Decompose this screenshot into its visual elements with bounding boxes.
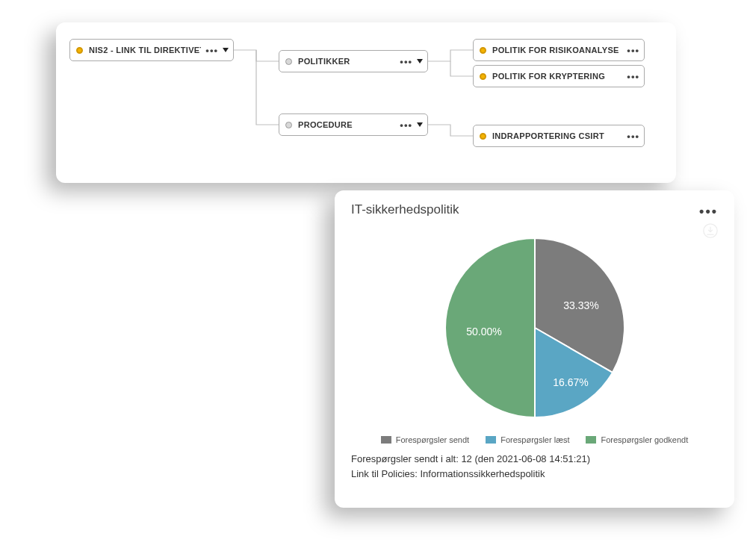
chevron-down-icon[interactable] (417, 59, 423, 63)
node-label: NIS2 - LINK TIL DIREKTIVET (89, 46, 201, 55)
status-dot-icon (285, 58, 292, 65)
node-leaf-risikoanalyse[interactable]: POLITIK FOR RISIKOANALYSE ••• (473, 39, 645, 61)
node-label: POLITIK FOR RISIKOANALYSE (492, 46, 622, 55)
status-dot-icon (285, 122, 292, 128)
status-dot-icon (76, 47, 83, 54)
legend-item-sent: Forespørgsler sendt (381, 435, 469, 444)
status-dot-icon (480, 73, 486, 80)
node-label: POLITIKKER (298, 57, 395, 66)
status-dot-icon (480, 133, 486, 140)
more-icon[interactable]: ••• (627, 131, 639, 142)
diagram-card: NIS2 - LINK TIL DIREKTIVET ••• POLITIKKE… (56, 22, 676, 183)
pie-slice-label: 33.33% (563, 299, 598, 311)
legend-label: Forespørgsler læst (500, 435, 569, 444)
node-root[interactable]: NIS2 - LINK TIL DIREKTIVET ••• (69, 39, 234, 61)
chevron-down-icon[interactable] (417, 122, 423, 127)
chart-meta-sent-total: Forespørgsler sendt i alt: 12 (den 2021-… (351, 452, 718, 467)
more-icon[interactable]: ••• (400, 119, 412, 131)
more-icon[interactable]: ••• (699, 204, 718, 220)
node-politikker[interactable]: POLITIKKER ••• (279, 50, 428, 72)
chart-legend: Forespørgsler sendt Forespørgsler læst F… (351, 435, 718, 444)
chart-title: IT-sikkerhedspolitik (351, 202, 718, 217)
more-icon[interactable]: ••• (627, 71, 639, 82)
chart-card: IT-sikkerhedspolitik ••• 33.33%16.67%50.… (335, 190, 734, 508)
more-icon[interactable]: ••• (205, 45, 218, 56)
pie-slice-label: 16.67% (553, 376, 588, 388)
legend-label: Forespørgsler sendt (396, 435, 469, 444)
legend-label: Forespørgsler godkendt (601, 435, 688, 444)
legend-swatch (381, 436, 391, 444)
chart-meta-link: Link til Policies: Informationssikkerhed… (351, 467, 718, 482)
legend-item-approved: Forespørgsler godkendt (586, 435, 688, 444)
more-icon[interactable]: ••• (627, 45, 639, 56)
node-label: PROCEDURE (298, 120, 395, 129)
more-icon[interactable]: ••• (400, 56, 412, 67)
status-dot-icon (480, 47, 486, 54)
legend-item-read: Forespørgsler læst (486, 435, 569, 444)
chevron-down-icon[interactable] (223, 48, 229, 52)
legend-swatch (486, 436, 496, 444)
pie-slice-label: 50.00% (466, 326, 501, 337)
node-procedure[interactable]: PROCEDURE ••• (279, 113, 428, 136)
pie-chart: 33.33%16.67%50.00% (351, 231, 718, 425)
legend-swatch (586, 436, 596, 444)
node-label: POLITIK FOR KRYPTERING (492, 72, 622, 81)
node-label: INDRAPPORTERING CSIRT (492, 131, 622, 140)
node-leaf-csirt[interactable]: INDRAPPORTERING CSIRT ••• (473, 125, 645, 147)
node-leaf-kryptering[interactable]: POLITIK FOR KRYPTERING ••• (473, 65, 645, 87)
